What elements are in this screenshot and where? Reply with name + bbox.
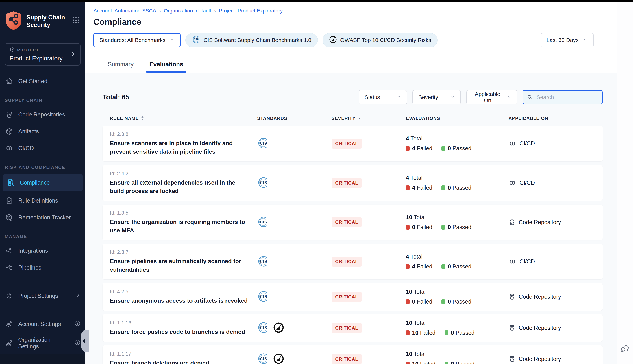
app-switcher-grid-icon[interactable] (72, 16, 80, 26)
standards-cell: CIS (257, 290, 332, 303)
sidebar-item-account-settings[interactable]: Account Settings (0, 316, 85, 332)
active-tab-underline (146, 71, 186, 72)
severity-badge: CRITICAL (332, 178, 362, 188)
breadcrumb-project-link[interactable]: Project: Product Exploratory (219, 8, 283, 14)
severity-cell: CRITICAL (332, 292, 406, 302)
rule-id: Id: 1.1.16 (110, 320, 257, 326)
document-search-icon (6, 178, 15, 187)
standards-dropdown[interactable]: Standards: All Benchmarks (94, 33, 180, 47)
column-applicable-on: APPLICABLE ON (508, 116, 602, 121)
column-severity: SEVERITY (332, 116, 406, 121)
sidebar-item-cicd[interactable]: CI/CD (0, 140, 85, 157)
rule-name: Ensure scanners are in place to identify… (110, 139, 249, 156)
sidebar-item-label: Pipelines (18, 264, 42, 271)
sidebar-item-get-started[interactable]: Get Started (0, 73, 85, 90)
passed-indicator (442, 146, 445, 151)
sidebar-item-artifacts[interactable]: Artifacts (0, 123, 85, 140)
rule-row[interactable]: Id: 4.2.5 Ensure anonymous access to art… (102, 283, 602, 310)
breadcrumb-account-link[interactable]: Account: Automation-SSCA (94, 8, 156, 14)
sort-icon[interactable] (141, 116, 144, 120)
rules-table-body: Id: 2.3.8 Ensure scanners are in place t… (102, 126, 602, 364)
chevron-down-icon (170, 37, 174, 44)
severity-cell: CRITICAL (332, 323, 406, 333)
severity-badge: CRITICAL (332, 323, 362, 333)
rule-row[interactable]: Id: 1.3.5 Ensure the organization is req… (102, 204, 602, 240)
search-input[interactable] (523, 90, 602, 104)
sidebar-item-remediation-tracker[interactable]: Remediation Tracker (0, 209, 85, 226)
tab-summary[interactable]: Summary (106, 54, 134, 72)
severity-cell: CRITICAL (332, 354, 406, 364)
sidebar-section-supply-chain: SUPPLY CHAIN (0, 98, 85, 103)
cicd-icon (508, 258, 516, 266)
applicable-on-cell: CI/CD (508, 179, 602, 187)
sidebar-item-help[interactable]: ? Help (5, 359, 80, 364)
sidebar-item-label: Code Repositories (18, 111, 65, 118)
applicable-on-label: CI/CD (520, 258, 535, 265)
rule-row[interactable]: Id: 1.1.17 Ensure branch deletions are d… (102, 345, 602, 364)
sidebar-nav: Get Started SUPPLY CHAIN Code Repositori… (0, 73, 85, 354)
chevron-right-icon (70, 51, 76, 58)
home-icon (5, 77, 14, 86)
top-strip (0, 0, 633, 2)
org-gear-icon (5, 339, 14, 348)
standards-cell: CIS (257, 216, 332, 229)
evaluations-cell: 4 Total 4 Failed 0 Passed (406, 254, 508, 270)
rule-id: Id: 2.3.7 (110, 249, 257, 255)
rule-row[interactable]: Id: 2.4.2 Ensure all external dependenci… (102, 165, 602, 201)
sidebar-collapse-handle[interactable] (80, 330, 89, 352)
passed-indicator (442, 186, 445, 190)
breadcrumb: Account: Automation-SSCA › Organization:… (94, 8, 617, 14)
applicable-on-filter-label: Applicable On (472, 91, 503, 104)
tab-evaluations[interactable]: Evaluations (148, 54, 184, 72)
applicable-on-filter-dropdown[interactable]: Applicable On (466, 90, 517, 104)
sidebar-item-project-settings[interactable]: Project Settings (0, 288, 85, 304)
svg-text:CIS: CIS (260, 220, 267, 224)
rule-id: Id: 1.3.5 (110, 210, 257, 216)
evaluations-cell: 10 Total 0 Failed 0 Passed (406, 288, 508, 305)
project-selector[interactable]: PROJECT Product Exploratory (5, 43, 80, 66)
rule-cell: Id: 4.2.5 Ensure anonymous access to art… (110, 289, 257, 305)
rule-name: Ensure anonymous access to artifacts is … (110, 296, 249, 305)
cis-logo-icon: CIS (192, 35, 200, 45)
info-icon[interactable] (74, 339, 80, 347)
severity-badge: CRITICAL (332, 256, 362, 266)
svg-text:CIS: CIS (260, 259, 267, 264)
chat-support-icon[interactable] (620, 344, 630, 354)
sidebar-item-code-repositories[interactable]: Code Repositories (0, 106, 85, 123)
rule-row[interactable]: Id: 2.3.7 Ensure pipelines are automatic… (102, 244, 602, 280)
code-repository-icon (508, 356, 516, 363)
sidebar-item-organization-settings[interactable]: Organization Settings (0, 332, 85, 354)
main-content: Account: Automation-SSCA › Organization:… (85, 2, 617, 364)
sidebar-item-pipelines[interactable]: Pipelines (0, 259, 85, 276)
sidebar-footer: ? Help L Lavakush (0, 354, 85, 364)
status-filter-dropdown[interactable]: Status (359, 90, 407, 104)
severity-filter-dropdown[interactable]: Severity (412, 90, 461, 104)
sidebar-item-label: Get Started (18, 78, 48, 84)
sidebar-item-compliance[interactable]: Compliance (2, 174, 83, 191)
chip-cis-benchmark[interactable]: CIS CIS Software Supply Chain Benchmarks… (185, 33, 318, 47)
project-eyebrow-label: PROJECT (17, 48, 39, 52)
info-icon[interactable] (74, 320, 80, 328)
failed-indicator (406, 330, 410, 335)
applicable-on-cell: Code Repository (508, 218, 602, 226)
rule-cell: Id: 1.3.5 Ensure the organization is req… (110, 210, 257, 235)
date-range-dropdown[interactable]: Last 30 Days (541, 33, 594, 47)
sort-desc-icon[interactable] (358, 118, 361, 120)
evaluations-cell: 10 Total 10 Failed 0 Passed (406, 320, 508, 336)
standards-cell: CIS (257, 176, 332, 189)
cis-logo-icon: CIS (257, 176, 269, 189)
sidebar-item-integrations[interactable]: Integrations (0, 242, 85, 259)
applicable-on-cell: CI/CD (508, 140, 602, 148)
rule-row[interactable]: Id: 2.3.8 Ensure scanners are in place t… (102, 126, 602, 162)
evaluations-toolbar: Total: 65 Status Severity Applicable On (102, 90, 602, 104)
rule-row[interactable]: Id: 1.1.16 Ensure force pushes code to b… (102, 314, 602, 342)
breadcrumb-organization-link[interactable]: Organization: default (164, 8, 211, 14)
severity-badge: CRITICAL (332, 217, 362, 227)
help-chat-icon: ? (5, 363, 14, 364)
table-header: RULE NAME STANDARDS SEVERITY EVALUATIONS… (102, 116, 602, 126)
search-icon (526, 94, 533, 102)
failed-indicator (406, 299, 410, 304)
chip-owasp[interactable]: OWASP Top 10 CI/CD Security Risks (322, 33, 438, 47)
sidebar-item-rule-definitions[interactable]: Rule Definitions (0, 192, 85, 209)
page-title: Compliance (94, 17, 617, 27)
